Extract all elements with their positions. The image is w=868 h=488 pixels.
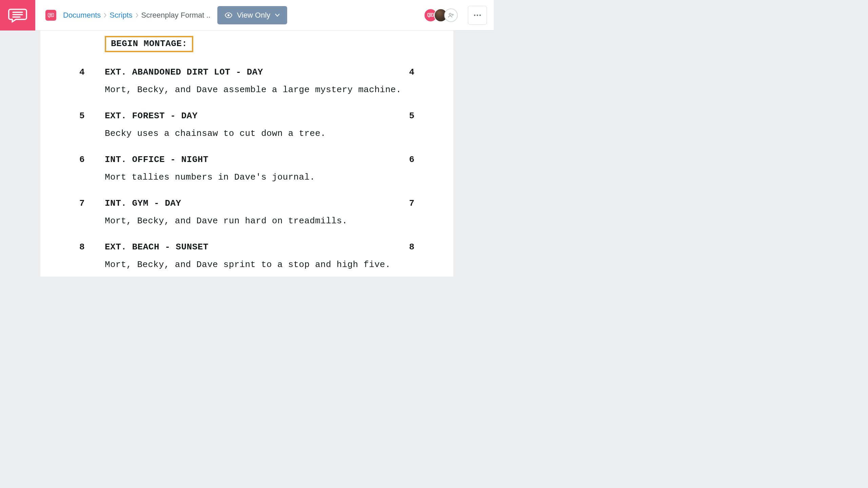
add-user-icon (448, 13, 454, 18)
add-collaborator-button[interactable] (444, 8, 458, 22)
scene-block: 8EXT. BEACH - SUNSET8Mort, Becky, and Da… (79, 242, 414, 271)
scene-number-right: 8 (401, 242, 414, 252)
chevron-right-icon (101, 13, 110, 18)
scene-block: 6INT. OFFICE - NIGHT6Mort tallies number… (79, 155, 414, 183)
svg-point-12 (477, 14, 478, 16)
scene-heading-row: 6INT. OFFICE - NIGHT6 (79, 155, 414, 165)
scene-block: 5EXT. FOREST - DAY5Becky uses a chainsaw… (79, 111, 414, 140)
scene-heading: EXT. ABANDONED DIRT LOT - DAY (105, 67, 401, 77)
scene-heading: EXT. BEACH - SUNSET (105, 242, 401, 252)
chat-bubble-icon (427, 13, 434, 18)
scene-number-right: 6 (401, 155, 414, 165)
chevron-down-icon (275, 14, 280, 17)
scene-heading: INT. GYM - DAY (105, 198, 401, 208)
scene-action: Mort, Becky, and Dave sprint to a stop a… (105, 259, 414, 271)
chat-bubble-icon (48, 13, 54, 18)
brand-logo[interactable] (0, 0, 35, 30)
script-page: BEGIN MONTAGE: 4EXT. ABANDONED DIRT LOT … (40, 30, 453, 277)
scene-heading-row: 5EXT. FOREST - DAY5 (79, 111, 414, 121)
more-options-button[interactable] (468, 6, 487, 25)
svg-point-5 (228, 14, 230, 16)
svg-point-13 (479, 14, 481, 16)
scene-number-right: 7 (401, 198, 414, 208)
scene-number-left: 5 (79, 111, 105, 121)
breadcrumb-current: Screenplay Format .. (141, 11, 211, 20)
scene-number-left: 7 (79, 198, 105, 208)
scene-number-right: 4 (401, 67, 414, 77)
scene-action: Mort, Becky, and Dave run hard on treadm… (105, 215, 414, 227)
collaborator-avatars (424, 8, 458, 22)
scene-heading: INT. OFFICE - NIGHT (105, 155, 401, 165)
scene-heading-row: 4EXT. ABANDONED DIRT LOT - DAY4 (79, 67, 414, 77)
svg-point-8 (449, 13, 451, 15)
view-mode-dropdown[interactable]: View Only (217, 6, 288, 24)
scene-block: 7INT. GYM - DAY7Mort, Becky, and Dave ru… (79, 198, 414, 227)
scene-number-left: 8 (79, 242, 105, 252)
chat-bubble-icon (8, 8, 27, 23)
scene-heading: EXT. FOREST - DAY (105, 111, 401, 121)
scene-heading-row: 8EXT. BEACH - SUNSET8 (79, 242, 414, 252)
more-horizontal-icon (474, 14, 481, 16)
begin-montage-marker: BEGIN MONTAGE: (105, 36, 193, 52)
scene-number-left: 4 (79, 67, 105, 77)
scene-action: Becky uses a chainsaw to cut down a tree… (105, 128, 414, 140)
document-type-chip[interactable] (45, 10, 56, 21)
document-canvas: BEGIN MONTAGE: 4EXT. ABANDONED DIRT LOT … (0, 30, 494, 277)
scene-block: 4EXT. ABANDONED DIRT LOT - DAY4Mort, Bec… (79, 67, 414, 96)
scene-number-left: 6 (79, 155, 105, 165)
breadcrumbs: Documents Scripts Screenplay Format .. (63, 11, 211, 20)
view-mode-label: View Only (237, 11, 271, 20)
header-bar: Documents Scripts Screenplay Format .. V… (35, 0, 494, 30)
scene-number-right: 5 (401, 111, 414, 121)
scene-action: Mort, Becky, and Dave assemble a large m… (105, 84, 414, 96)
eye-icon (225, 13, 232, 18)
breadcrumb-scripts[interactable]: Scripts (110, 11, 132, 20)
scene-heading-row: 7INT. GYM - DAY7 (79, 198, 414, 208)
breadcrumb-documents[interactable]: Documents (63, 11, 101, 20)
chevron-right-icon (133, 13, 141, 18)
svg-point-11 (474, 14, 475, 16)
scene-action: Mort tallies numbers in Dave's journal. (105, 171, 414, 183)
